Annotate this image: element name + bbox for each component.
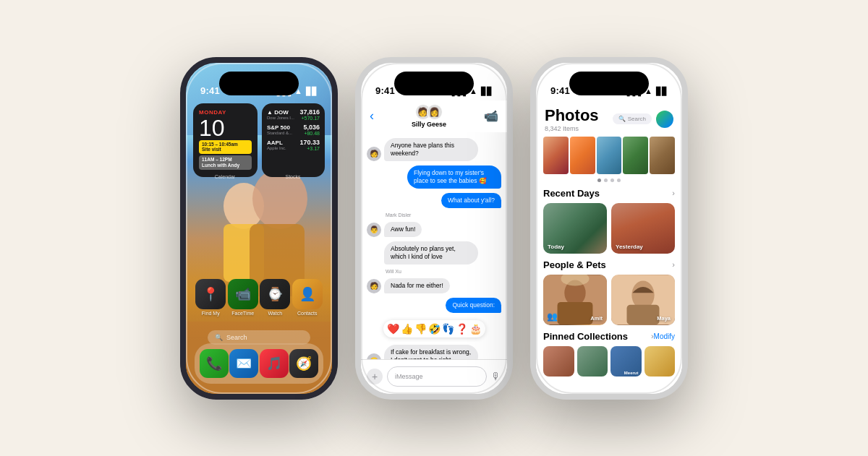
message-2: Flying down to my sister's place to see … (367, 165, 501, 189)
bubble-4: Aww fun! (384, 222, 422, 237)
recent-days-grid: Today Yesterday (543, 203, 675, 254)
tapback-cake[interactable]: 🎂 (469, 323, 482, 335)
search-pill[interactable]: 🔍 Search (208, 330, 310, 345)
msg-avatar-4: 👨 (367, 223, 381, 237)
dock-mail[interactable]: ✉️ (229, 349, 258, 378)
recent-days-header[interactable]: Recent Days › (543, 188, 675, 199)
app-watch[interactable]: ⌚ Watch (260, 279, 290, 316)
bubble-6: Nada for me either! (384, 278, 450, 293)
tapback-thumbup[interactable]: 👍 (401, 323, 413, 335)
video-call-button[interactable]: 📹 (484, 109, 498, 123)
widget-labels: Calendar Stocks (193, 174, 325, 179)
pinned-item-2[interactable] (577, 346, 608, 377)
messages-list[interactable]: 🧑 Anyone have plans this weekend? Flying… (361, 132, 507, 359)
home-widgets: MONDAY 10 10:15 – 10:45am Site visit 11A… (193, 103, 325, 177)
search-label-3: Search (628, 116, 646, 122)
strip-photo-5[interactable] (650, 137, 675, 174)
strip-photo-4[interactable] (623, 137, 648, 174)
dock-compass[interactable]: 🧭 (289, 349, 318, 378)
stocks-widget[interactable]: ▲ DOW 37,816 Dow Jones I... +570.17 S&P … (262, 103, 325, 177)
microphone-icon[interactable]: 🎙 (491, 371, 501, 382)
group-name: Silly Geese (412, 121, 446, 128)
people-pets-title: People & Pets (543, 259, 606, 270)
user-avatar[interactable] (656, 111, 673, 128)
people-pets-header[interactable]: People & Pets › (543, 259, 675, 270)
message-3: What about y'all? (367, 193, 501, 208)
status-time-3: 9:41 (550, 85, 570, 96)
search-icon-3: 🔍 (618, 116, 626, 122)
status-time-2: 9:41 (375, 85, 395, 96)
bubble-1: Anyone have plans this weekend? (384, 138, 478, 161)
modify-button[interactable]: Modify (654, 332, 675, 340)
pinned-item-4[interactable] (644, 346, 676, 377)
people-pets-grid: Amit 👥 Maya (543, 275, 675, 325)
tapback-container: ❤️ 👍 👎 🤣 👣 ❓ 🎂 (367, 319, 501, 339)
phone1-homescreen: 9:41 ▐▐▐ ▲ ▊▊ MONDAY 10 10:15 – 10:45 (180, 57, 338, 400)
photos-content[interactable]: Recent Days › Today Yesterday People & P… (536, 137, 682, 394)
message-7: Quick question: (367, 298, 501, 313)
photos-title-group: Photos 8,342 Items (545, 106, 599, 132)
dynamic-island-3 (569, 72, 649, 95)
svg-rect-7 (558, 301, 593, 324)
back-button[interactable]: ‹ (370, 108, 374, 124)
dock-phone[interactable]: 📞 (200, 349, 229, 378)
calendar-widget[interactable]: MONDAY 10 10:15 – 10:45am Site visit 11A… (193, 103, 258, 177)
contact-info[interactable]: 🧑 👩 Silly Geese (412, 104, 446, 128)
phone2-messages: 9:41 ▐▐▐ ▲ ▊▊ ‹ 🧑 👩 Silly Geese 📹 🧑 Anyo… (355, 57, 513, 400)
recent-day-today[interactable]: Today (543, 203, 607, 254)
stocks-label: Stocks (261, 174, 325, 179)
calendar-event-2-time: 11AM – 12PM (202, 157, 249, 163)
tapback-heart[interactable]: ❤️ (387, 323, 399, 335)
app-findmy[interactable]: 📍 Find My (195, 279, 226, 316)
calendar-event-1-title: Site visit (202, 147, 249, 152)
bubble-7: Quick question: (446, 298, 501, 313)
today-label: Today (548, 244, 564, 250)
yesterday-label: Yesterday (616, 244, 643, 250)
phone3-photos: 9:41 ▐▐▐ ▲ ▊▊ Photos 8,342 Items 🔍 Searc… (530, 57, 688, 400)
strip-photo-1[interactable] (543, 137, 569, 174)
person-amit[interactable]: Amit 👥 (543, 275, 607, 325)
battery-icon: ▊▊ (306, 87, 318, 96)
sender-will: Will Xu (367, 269, 501, 274)
sender-mark: Mark Disler (367, 212, 501, 218)
tapback-question[interactable]: ❓ (456, 323, 468, 335)
tapback-laugh[interactable]: 🤣 (428, 323, 441, 335)
photos-title: Photos (545, 106, 599, 125)
pagination-dots (543, 178, 675, 182)
pinned-item-1[interactable] (543, 346, 574, 377)
pinned-title-group[interactable]: Pinned Collections › (543, 331, 654, 342)
recent-days-chevron: › (672, 189, 675, 197)
photos-strip (543, 137, 675, 174)
battery-icon-2: ▊▊ (481, 87, 493, 96)
pinned-item-map[interactable]: Meerut (610, 346, 642, 377)
strip-photo-2[interactable] (570, 137, 595, 174)
message-input-field[interactable]: iMessage (387, 366, 487, 387)
recent-day-yesterday[interactable]: Yesterday (611, 203, 675, 254)
photos-header: Photos 8,342 Items 🔍 Search (536, 100, 682, 137)
recent-days-title: Recent Days (543, 188, 600, 199)
tapback-row[interactable]: ❤️ 👍 👎 🤣 👣 ❓ 🎂 (383, 320, 485, 337)
person-amit-group-icon: 👥 (547, 311, 558, 322)
dot-1 (597, 178, 601, 182)
contact-avatars: 🧑 👩 (415, 104, 443, 120)
app-contacts[interactable]: 👤 Contacts (292, 279, 323, 316)
dock-music[interactable]: 🎵 (260, 349, 289, 378)
pinned-title: Pinned Collections (543, 331, 628, 342)
tapback-thumbdown[interactable]: 👎 (414, 323, 427, 335)
strip-photo-3[interactable] (597, 137, 622, 174)
dot-2 (604, 178, 608, 182)
photos-search-button[interactable]: 🔍 Search (613, 113, 652, 124)
dock: 📞 ✉️ 🎵 🧭 (195, 343, 323, 384)
person-maya[interactable]: Maya (611, 275, 675, 325)
calendar-event-1: 10:15 – 10:45am Site visit (199, 140, 252, 155)
message-8: 😊 If cake for breakfast is wrong, I don'… (367, 345, 501, 359)
app-facetime[interactable]: 📹 FaceTime (228, 279, 258, 316)
message-6: 🧑 Nada for me either! (367, 278, 501, 293)
calendar-event-2: 11AM – 12PM Lunch with Andy (199, 155, 252, 170)
meerut-label: Meerut (624, 371, 639, 375)
tapback-footprints[interactable]: 👣 (442, 323, 454, 335)
dynamic-island-2 (394, 72, 474, 95)
msg-avatar-1: 🧑 (367, 147, 381, 161)
add-attachment-button[interactable]: + (367, 369, 383, 384)
search-icon: 🔍 (215, 334, 223, 341)
